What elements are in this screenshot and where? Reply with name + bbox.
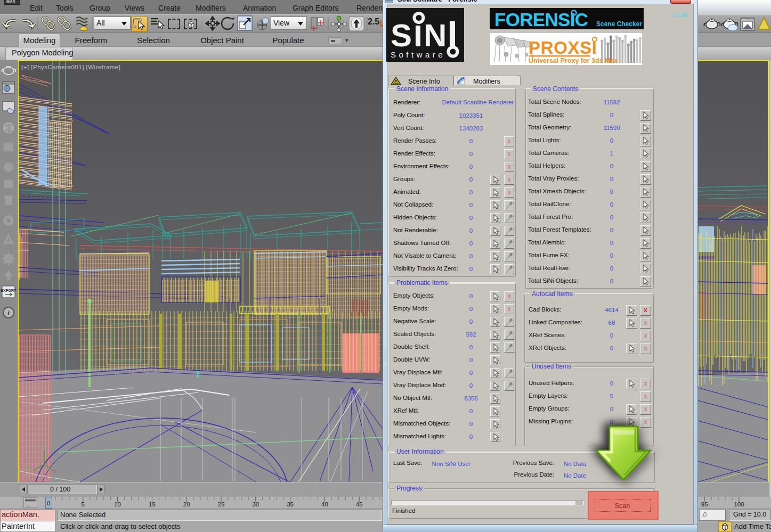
svg-text:Scene Checker: Scene Checker <box>596 20 642 28</box>
svg-text:i: i <box>7 309 10 317</box>
svg-text:Y: Y <box>27 465 30 471</box>
svg-text:S: S <box>391 18 412 53</box>
svg-text:Software: Software <box>391 50 445 59</box>
svg-text:PROXSI: PROXSI <box>529 38 597 58</box>
svg-text:N: N <box>424 18 447 53</box>
svg-text:FORENSIC: FORENSIC <box>494 9 588 29</box>
svg-text:Z: Z <box>40 445 44 450</box>
svg-text:X: X <box>53 469 56 474</box>
svg-text:EXPORT: EXPORT <box>1 289 17 292</box>
svg-text:Universal Proxy for 3ds Max: Universal Proxy for 3ds Max <box>529 57 618 64</box>
